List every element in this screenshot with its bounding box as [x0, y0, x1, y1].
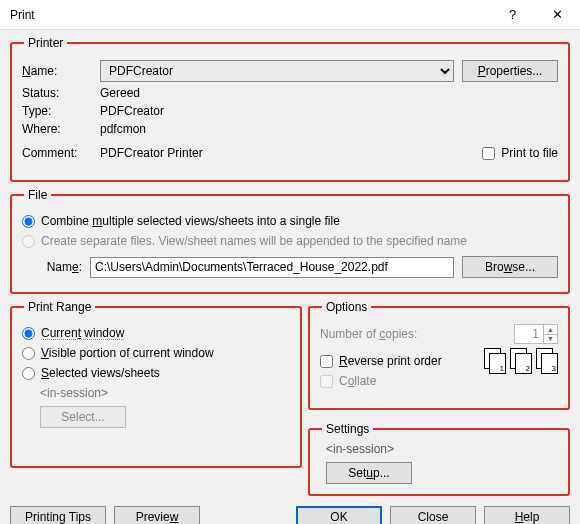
combine-radio[interactable]: Combine multiple selected views/sheets i… — [22, 214, 558, 228]
spinner-down[interactable]: ▼ — [544, 334, 557, 344]
page-icon: 1 — [484, 348, 506, 374]
printer-legend: Printer — [24, 36, 67, 50]
page-icon: 3 — [536, 348, 558, 374]
current-window-label: Current window — [41, 326, 124, 340]
selected-views-label: Selected views/sheets — [41, 366, 160, 380]
titlebar: Print ? ✕ — [0, 0, 580, 30]
visible-portion-radio-input[interactable] — [22, 347, 35, 360]
page-icon: 2 — [510, 348, 532, 374]
ok-button[interactable]: OK — [296, 506, 382, 524]
help-footer-button[interactable]: Help — [484, 506, 570, 524]
collate-check: Collate — [320, 374, 476, 388]
type-label: Type: — [22, 104, 92, 118]
printing-tips-button[interactable]: Printing Tips — [10, 506, 106, 524]
separate-radio-input — [22, 235, 35, 248]
preview-button[interactable]: Preview — [114, 506, 200, 524]
print-to-file-label: Print to file — [501, 146, 558, 160]
visible-portion-radio[interactable]: Visible portion of current window — [22, 346, 290, 360]
browse-button[interactable]: Browse... — [462, 256, 558, 278]
selected-views-radio[interactable]: Selected views/sheets — [22, 366, 290, 380]
separate-label: Create separate files. View/sheet names … — [41, 234, 467, 248]
status-value: Gereed — [100, 86, 140, 100]
comment-label: Comment: — [22, 146, 92, 160]
window-title: Print — [10, 8, 490, 22]
file-group: File Combine multiple selected views/she… — [10, 188, 570, 294]
combine-label: Combine multiple selected views/sheets i… — [41, 214, 340, 228]
options-legend: Options — [322, 300, 371, 314]
visible-portion-label: Visible portion of current window — [41, 346, 214, 360]
printer-group: Printer Name: PDFCreator Properties... S… — [10, 36, 570, 182]
reverse-label: Reverse print order — [339, 354, 442, 368]
close-button[interactable]: ✕ — [535, 0, 580, 30]
file-path-input[interactable] — [90, 257, 454, 278]
help-button[interactable]: ? — [490, 0, 535, 30]
range-in-session: <in-session> — [40, 386, 290, 400]
type-value: PDFCreator — [100, 104, 164, 118]
settings-legend: Settings — [322, 422, 373, 436]
footer: Printing Tips Preview OK Close Help — [10, 502, 570, 524]
print-to-file-check[interactable]: Print to file — [482, 146, 558, 160]
reverse-checkbox[interactable] — [320, 355, 333, 368]
settings-group: Settings <in-session> Setup... — [308, 422, 570, 496]
select-button: Select... — [40, 406, 126, 428]
print-range-legend: Print Range — [24, 300, 95, 314]
selected-views-radio-input[interactable] — [22, 367, 35, 380]
file-legend: File — [24, 188, 51, 202]
copies-value: 1 — [515, 325, 543, 343]
collate-label: Collate — [339, 374, 376, 388]
collate-icons: 1 2 3 — [484, 348, 558, 374]
current-window-radio[interactable]: Current window — [22, 326, 290, 340]
print-range-group: Print Range Current window Visible porti… — [10, 300, 302, 468]
status-label: Status: — [22, 86, 92, 100]
where-value: pdfcmon — [100, 122, 146, 136]
copies-label: Number of copies: — [320, 327, 417, 341]
file-name-label: Name: — [22, 260, 82, 274]
print-to-file-checkbox[interactable] — [482, 147, 495, 160]
where-label: Where: — [22, 122, 92, 136]
printer-name-label: Name: — [22, 64, 92, 78]
comment-value: PDFCreator Printer — [100, 146, 203, 160]
settings-in-session: <in-session> — [326, 442, 558, 456]
close-footer-button[interactable]: Close — [390, 506, 476, 524]
copies-spinner: 1 ▲▼ — [514, 324, 558, 344]
properties-button[interactable]: Properties... — [462, 60, 558, 82]
setup-button[interactable]: Setup... — [326, 462, 412, 484]
spinner-up[interactable]: ▲ — [544, 325, 557, 334]
printer-name-select[interactable]: PDFCreator — [100, 60, 454, 82]
combine-radio-input[interactable] — [22, 215, 35, 228]
separate-radio: Create separate files. View/sheet names … — [22, 234, 558, 248]
current-window-radio-input[interactable] — [22, 327, 35, 340]
collate-checkbox — [320, 375, 333, 388]
reverse-check[interactable]: Reverse print order — [320, 354, 476, 368]
options-group: Options Number of copies: 1 ▲▼ Reverse p… — [308, 300, 570, 410]
